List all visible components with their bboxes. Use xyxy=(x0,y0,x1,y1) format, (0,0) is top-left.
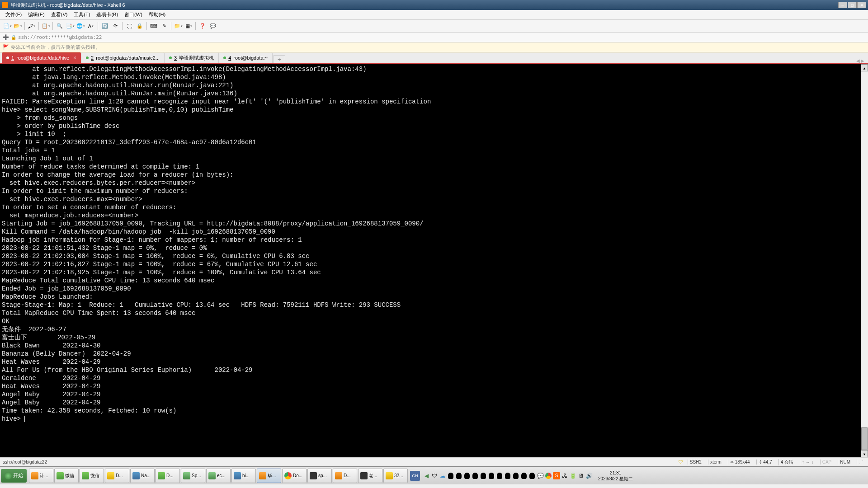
terminal-line: set hive.exec.reducers.bytes.per.reducer… xyxy=(2,179,866,187)
help-button[interactable]: ❓ xyxy=(198,22,207,31)
tray-qq-icon[interactable] xyxy=(447,472,454,479)
tab-close-icon[interactable]: × xyxy=(73,55,76,61)
tab-label: 毕设测试虚拟机 xyxy=(179,55,214,61)
clock-time: 21:31 xyxy=(598,470,633,476)
tab-num: 3 xyxy=(174,55,177,61)
menu-window[interactable]: 窗口(W) xyxy=(122,10,145,19)
tray-qq-icon[interactable] xyxy=(512,472,519,479)
tray-qq-icon[interactable] xyxy=(496,472,503,479)
taskbar-app[interactable]: 微信 xyxy=(54,469,79,483)
refresh-button[interactable]: 🔄 xyxy=(100,22,109,31)
tray-qq-icon[interactable] xyxy=(488,472,495,479)
terminal-line: Black Dawn 2022-04-30 xyxy=(2,342,866,350)
terminal-line: Angel Baby 2022-04-29 xyxy=(2,399,866,407)
terminal-line: at org.apache.hadoop.util.RunJar.run(Run… xyxy=(2,81,866,89)
tab-4[interactable]: 4 root@bigdata:~ xyxy=(219,52,273,63)
tray-network-icon[interactable]: 🖧 xyxy=(561,472,568,479)
tab-1[interactable]: 1 root@bigdata:/data/hive × xyxy=(2,52,81,63)
taskbar-app[interactable]: 微信 xyxy=(80,469,104,483)
tab-next-icon[interactable]: ▶ xyxy=(861,58,864,63)
scroll-thumb[interactable] xyxy=(861,427,868,450)
tray-qq-icon[interactable] xyxy=(528,472,536,479)
terminal[interactable]: at sun.reflect.DelegatingMethodAccessorI… xyxy=(0,64,868,457)
terminal-line: FAILED: ParseException line 1:20 cannot … xyxy=(2,98,866,106)
taskbar-app[interactable]: bi... xyxy=(231,469,256,483)
app-label: D... xyxy=(116,473,123,478)
menu-view[interactable]: 查看(V) xyxy=(48,10,71,19)
new-session-button[interactable]: 📄 xyxy=(3,22,12,31)
status-connection: ssh://root@bigdata:22 xyxy=(3,460,47,465)
scroll-down-icon[interactable]: ▼ xyxy=(861,450,868,457)
taskbar-app[interactable]: Do... xyxy=(282,469,307,483)
tray-qq-icon[interactable] xyxy=(504,472,511,479)
start-button[interactable]: 开始 xyxy=(1,469,27,483)
taskbar-app[interactable]: Sp... xyxy=(181,469,205,483)
tray-battery-icon[interactable]: 🔋 xyxy=(569,472,576,479)
tray-qq-icon[interactable] xyxy=(520,472,528,479)
app-label: 32... xyxy=(394,473,403,478)
tray-volume-icon[interactable]: 🔊 xyxy=(585,472,593,479)
lang-indicator[interactable]: CH xyxy=(410,471,420,481)
menu-edit[interactable]: 编辑(E) xyxy=(25,10,47,19)
tab-prev-icon[interactable]: ◀ xyxy=(856,58,860,63)
fullscreen-button[interactable]: ⛶ xyxy=(125,22,134,31)
globe-button[interactable]: 🌐 xyxy=(76,22,85,31)
tab-2[interactable]: 2 root@bigdata:/data/music2... xyxy=(81,52,165,63)
open-session-button[interactable]: 📂 xyxy=(13,22,22,31)
search-button[interactable]: 🔍 xyxy=(55,22,64,31)
sync-button[interactable]: ⟳ xyxy=(111,22,120,31)
tray-sogou-icon[interactable]: S xyxy=(553,472,560,479)
taskbar-app[interactable]: Na... xyxy=(130,469,155,483)
maximize-button[interactable]: ◻ xyxy=(848,2,857,8)
font-button[interactable]: A xyxy=(86,22,95,31)
address-text[interactable]: ssh://root:******@bigdata:22 xyxy=(18,34,102,40)
window-title: 毕设测试虚拟机 - root@bigdata:/data/hive - Xshe… xyxy=(11,2,125,9)
status-arrows[interactable]: ↑ → ↓ xyxy=(800,460,816,465)
tray-expand-icon[interactable]: ◀ xyxy=(423,472,430,479)
close-button[interactable]: ✕ xyxy=(857,2,866,8)
feedback-button[interactable]: 💬 xyxy=(208,22,217,31)
resize-grip-icon[interactable]: ⋰ xyxy=(857,460,865,465)
highlight-button[interactable]: 🖍 xyxy=(27,22,36,31)
terminal-line: Total jobs = 1 xyxy=(2,146,866,155)
tab-add-button[interactable]: + xyxy=(274,55,285,63)
taskbar-app[interactable]: 计... xyxy=(29,469,53,483)
app-icon xyxy=(234,472,241,479)
taskbar-clock[interactable]: 21:31 2023/8/22 星期二 xyxy=(595,470,636,482)
edit-button[interactable]: ✎ xyxy=(160,22,169,31)
menu-tools[interactable]: 工具(T) xyxy=(71,10,93,19)
tray-qq-icon[interactable] xyxy=(480,472,487,479)
menu-file[interactable]: 文件(F) xyxy=(3,10,24,19)
layout-button[interactable]: ▦ xyxy=(184,22,193,31)
tray-cloud-icon[interactable]: ☁ xyxy=(439,472,446,479)
paste-button[interactable]: 📑 xyxy=(66,22,75,31)
taskbar-app[interactable]: 32... xyxy=(383,469,408,483)
tray-monitor-icon[interactable]: 🖥 xyxy=(577,472,585,479)
folder-button[interactable]: 📁 xyxy=(174,22,183,31)
tray-wechat-icon[interactable]: 💬 xyxy=(537,472,544,479)
taskbar-app[interactable]: ec... xyxy=(206,469,231,483)
copy-button[interactable]: 📋 xyxy=(41,22,50,31)
taskbar-app[interactable]: sp... xyxy=(307,469,332,483)
taskbar-app[interactable]: 毕... xyxy=(257,469,281,483)
lock-scroll-button[interactable]: 🔒 xyxy=(135,22,144,31)
tray-qq-icon[interactable] xyxy=(463,472,471,479)
taskbar-app[interactable]: D... xyxy=(333,469,357,483)
tray-qq-icon[interactable] xyxy=(455,472,462,479)
menu-tabs[interactable]: 选项卡(B) xyxy=(94,10,121,19)
taskbar-app[interactable]: 老... xyxy=(358,469,382,483)
statusbar: ssh://root@bigdata:22 🛡 SSH2 xterm ⬄ 189… xyxy=(0,457,868,466)
tray-chrome-icon[interactable] xyxy=(545,472,552,479)
scroll-up-icon[interactable]: ▲ xyxy=(861,64,868,71)
taskbar-app[interactable]: D... xyxy=(156,469,180,483)
keyboard-button[interactable]: ⌨ xyxy=(149,22,158,31)
menu-help[interactable]: 帮助(H) xyxy=(146,10,168,19)
add-arrow-icon[interactable]: ➕ xyxy=(3,34,9,40)
minimize-button[interactable]: ─ xyxy=(838,2,847,8)
tray-qq-icon[interactable] xyxy=(472,472,479,479)
tray-shield-icon[interactable]: 🛡 xyxy=(431,472,438,479)
tab-3[interactable]: 3 毕设测试虚拟机 xyxy=(165,52,219,63)
terminal-scrollbar[interactable]: ▲ ▼ xyxy=(861,64,868,457)
terminal-line: 2023-08-22 21:01:51,432 Stage-1 map = 0%… xyxy=(2,244,866,252)
taskbar-app[interactable]: D... xyxy=(105,469,129,483)
